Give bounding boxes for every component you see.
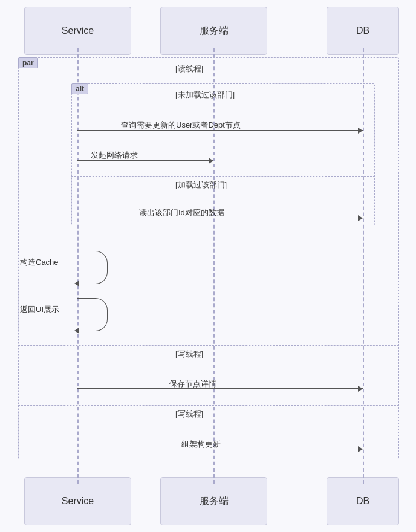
- sequence-diagram: Service 服务端 DB Service 服务端 DB par [读线程] …: [0, 0, 416, 532]
- arrow-read-dept-label: 读出该部门Id对应的数据: [139, 207, 224, 218]
- par-label: par: [18, 57, 38, 68]
- lifeline-box-db-bottom: DB: [327, 477, 399, 525]
- read-thread-label: [读线程]: [175, 63, 203, 74]
- self-loop-cache-label: 构造Cache: [20, 257, 59, 268]
- lifeline-box-db-top: DB: [327, 7, 399, 55]
- lifeline-box-service-bottom: Service: [24, 477, 131, 525]
- lifeline-box-server-top: 服务端: [160, 7, 267, 55]
- self-loop-ui-label: 返回UI展示: [20, 304, 59, 315]
- alt-condition2: [加载过该部门]: [175, 180, 227, 190]
- arrow-save: [77, 388, 363, 389]
- lifeline-box-server-bottom: 服务端: [160, 477, 267, 525]
- alt-condition1: [未加载过该部门]: [175, 89, 235, 100]
- arrow-query-label: 查询需要更新的User或者Dept节点: [121, 120, 241, 131]
- alt-label: alt: [71, 83, 88, 94]
- arrow-network-label: 发起网络请求: [91, 150, 138, 161]
- par-divider1: [18, 345, 399, 346]
- par-divider2: [18, 405, 399, 406]
- write-thread2-label: [写线程]: [175, 409, 203, 420]
- write-thread1-label: [写线程]: [175, 349, 203, 360]
- lifeline-box-service-top: Service: [24, 7, 131, 55]
- arrow-save-label: 保存节点详情: [169, 378, 216, 389]
- alt-divider: [71, 176, 375, 177]
- arrow-org-update-label: 组架构更新: [181, 439, 221, 450]
